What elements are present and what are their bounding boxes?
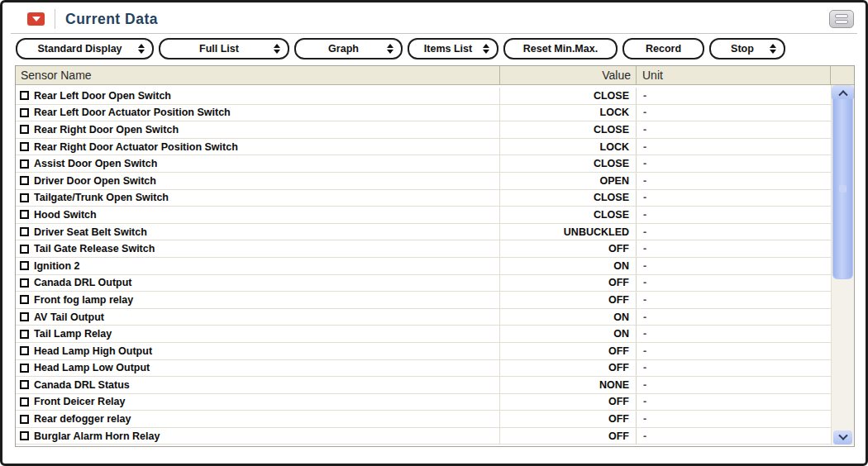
table-row[interactable]: Front Deicer Relay OFF -	[16, 394, 831, 411]
row-checkbox[interactable]	[20, 108, 29, 117]
toolbar-button-label: Standard Display	[25, 43, 135, 55]
table-row[interactable]: Burglar Alarm Horn Relay OFF -	[16, 428, 831, 445]
table-row[interactable]: Canada DRL Status NONE -	[16, 377, 831, 394]
sensor-name-cell: Rear Left Door Actuator Position Switch	[16, 105, 500, 121]
sensor-name: Burglar Alarm Horn Relay	[34, 430, 160, 442]
sensor-name: Head Lamp High Output	[34, 345, 152, 357]
row-checkbox[interactable]	[20, 125, 29, 134]
sensor-unit: -	[637, 207, 831, 223]
sensor-name: Canada DRL Output	[34, 277, 132, 288]
table-row[interactable]: Tail Lamp Relay ON -	[16, 326, 831, 343]
vertical-scrollbar[interactable]	[831, 85, 854, 445]
row-checkbox[interactable]	[20, 91, 29, 100]
table-row[interactable]: Head Lamp Low Output OFF -	[16, 360, 831, 378]
row-checkbox[interactable]	[20, 227, 29, 236]
scrollbar-track[interactable]	[832, 279, 854, 430]
sensor-unit: -	[637, 121, 831, 138]
sensor-name: Assist Door Open Switch	[34, 158, 157, 169]
table-row[interactable]: Rear defogger relay OFF -	[16, 411, 831, 428]
sensor-unit: -	[637, 258, 831, 274]
table-row[interactable]: Driver Door Open Switch OPEN -	[16, 173, 831, 190]
table-row[interactable]: Rear Left Door Open Switch CLOSE -	[16, 88, 831, 105]
table-row[interactable]: Rear Left Door Actuator Position Switch …	[16, 105, 831, 122]
sensor-unit: -	[637, 173, 831, 189]
sensor-unit: -	[637, 377, 831, 393]
row-checkbox[interactable]	[20, 245, 29, 254]
table-row[interactable]: Rear Right Door Actuator Position Switch…	[16, 139, 831, 156]
sensor-unit: -	[637, 139, 831, 155]
sensor-name: Tail Gate Release Switch	[34, 243, 155, 254]
sensor-name-cell: Ignition 2	[16, 258, 500, 274]
row-checkbox[interactable]	[20, 380, 29, 389]
sensor-name-cell: Tail Lamp Relay	[16, 326, 500, 342]
column-header-unit[interactable]: Unit	[637, 66, 831, 84]
sensor-value: OFF	[500, 292, 637, 308]
panel-slot-icon	[835, 14, 848, 18]
toolbar-button-record[interactable]: Record	[622, 38, 704, 59]
table-row[interactable]: Driver Seat Belt Switch UNBUCKLED -	[16, 224, 831, 241]
row-checkbox[interactable]	[20, 193, 29, 202]
row-checkbox[interactable]	[20, 415, 29, 424]
table-body: Rear Left Door Open Switch CLOSE - Rear …	[16, 85, 831, 445]
toolbar-button-label: Record	[632, 43, 695, 55]
sensor-name-cell: Burglar Alarm Horn Relay	[16, 428, 500, 445]
row-checkbox[interactable]	[20, 431, 29, 440]
row-checkbox[interactable]	[20, 364, 29, 373]
column-header-sensor-name[interactable]: Sensor Name	[16, 66, 500, 84]
toolbar-button-full-list[interactable]: Full List	[159, 38, 289, 59]
table-row[interactable]: Tail Gate Release Switch OFF -	[16, 240, 831, 258]
scrollbar-thumb[interactable]	[832, 99, 853, 279]
toolbar-button-label: Graph	[303, 43, 384, 55]
row-checkbox[interactable]	[20, 278, 29, 288]
row-checkbox[interactable]	[20, 330, 29, 339]
table-row[interactable]: Hood Switch CLOSE -	[16, 207, 831, 224]
sensor-value: CLOSE	[500, 121, 637, 138]
toolbar-button-graph[interactable]: Graph	[294, 38, 403, 59]
row-checkbox[interactable]	[20, 176, 29, 185]
sensor-unit: -	[637, 190, 831, 207]
row-checkbox[interactable]	[20, 312, 29, 321]
table-row[interactable]: AV Tail Output ON -	[16, 309, 831, 326]
sensor-unit: -	[637, 343, 831, 359]
scroll-up-button[interactable]	[832, 85, 854, 99]
table-row[interactable]: Front fog lamp relay OFF -	[16, 292, 831, 309]
sensor-name: Front fog lamp relay	[34, 294, 133, 306]
sensor-value: LOCK	[500, 139, 637, 155]
row-checkbox[interactable]	[20, 261, 29, 270]
sensor-name-cell: AV Tail Output	[16, 309, 500, 326]
sensor-name: Front Deicer Relay	[34, 396, 125, 407]
row-checkbox[interactable]	[20, 142, 29, 151]
toolbar-button-label: Reset Min.Max.	[513, 43, 608, 55]
title-divider	[55, 9, 55, 29]
scrollbar-grip-icon	[839, 185, 847, 193]
table-row[interactable]: Assist Door Open Switch CLOSE -	[16, 155, 831, 173]
panel-toggle-icon[interactable]	[829, 10, 854, 28]
table-row[interactable]: Rear Right Door Open Switch CLOSE -	[16, 121, 831, 139]
scroll-down-button[interactable]	[833, 430, 852, 445]
sensor-unit: -	[637, 309, 831, 326]
sensor-value: OFF	[500, 360, 637, 377]
sensor-name: Tailgate/Trunk Open Switch	[34, 192, 169, 203]
toolbar-button-reset-min-max[interactable]: Reset Min.Max.	[503, 38, 618, 59]
sensor-name-cell: Front Deicer Relay	[16, 394, 500, 411]
row-checkbox[interactable]	[20, 346, 29, 355]
toolbar-button-standard-display[interactable]: Standard Display	[16, 38, 154, 59]
column-header-value[interactable]: Value	[500, 66, 637, 84]
row-checkbox[interactable]	[20, 159, 29, 169]
table-row[interactable]: Tailgate/Trunk Open Switch CLOSE -	[16, 190, 831, 207]
row-checkbox[interactable]	[20, 397, 29, 407]
toolbar-button-items-list[interactable]: Items List	[408, 38, 498, 59]
sensor-value: OPEN	[500, 173, 637, 189]
sensor-unit: -	[637, 326, 831, 342]
sensor-name-cell: Head Lamp High Output	[16, 343, 500, 359]
current-data-window: Current Data Standard DisplayFull ListGr…	[0, 0, 868, 466]
table-row[interactable]: Head Lamp High Output OFF -	[16, 343, 831, 360]
toolbar-button-label: Full List	[168, 43, 270, 55]
row-checkbox[interactable]	[20, 210, 29, 219]
toolbar-button-stop[interactable]: Stop	[709, 38, 785, 59]
sensor-unit: -	[637, 155, 831, 172]
row-checkbox[interactable]	[20, 295, 29, 304]
table-row[interactable]: Canada DRL Output OFF -	[16, 275, 831, 292]
table-row[interactable]: Ignition 2 ON -	[16, 258, 831, 275]
red-collapse-icon[interactable]	[27, 12, 45, 26]
